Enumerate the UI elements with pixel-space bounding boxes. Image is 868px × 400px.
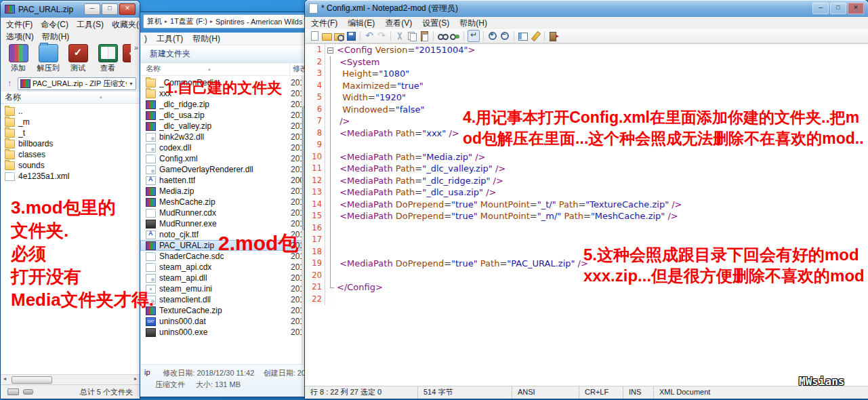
menu-item[interactable]: 编辑(E): [348, 18, 375, 29]
menu-item[interactable]: 工具(T): [157, 33, 183, 45]
list-item[interactable]: 4e1235a1.xml: [1, 171, 140, 182]
zoom-out-icon[interactable]: [499, 31, 510, 41]
zoom-in-icon[interactable]: [487, 31, 498, 41]
list-item[interactable]: TextureCache.zip2018: [140, 305, 308, 316]
copy-icon[interactable]: [407, 31, 417, 41]
list-item[interactable]: MeshCache.zip2018: [140, 197, 308, 207]
chevron-down-icon[interactable]: ▼: [129, 81, 133, 86]
code-line: 5 Width="1920": [305, 92, 868, 104]
list-item[interactable]: steamclient.dll2018: [140, 294, 308, 305]
menu-item[interactable]: 查看(V): [385, 18, 412, 29]
menu-item[interactable]: 命令(C): [41, 19, 68, 31]
new-icon[interactable]: [309, 31, 320, 41]
list-item[interactable]: MudRunner.exe2018: [140, 218, 308, 229]
new-folder-button[interactable]: 新建文件夹: [150, 48, 190, 60]
scrollbar-thumb[interactable]: [12, 376, 52, 384]
list-item[interactable]: _dlc_usa.zip2019: [140, 110, 308, 121]
menu-item[interactable]: 帮助(H): [42, 31, 70, 43]
fold-margin: [325, 80, 334, 92]
list-item[interactable]: unins000.exe2018: [140, 327, 308, 338]
breadcrumb-segment[interactable]: 1T盘蓝 (F:): [170, 16, 207, 26]
browse-icon[interactable]: [333, 31, 344, 41]
file-name: _dlc_ridge.zip: [159, 100, 209, 109]
annotation-1: 1.自己建的文件夹: [165, 79, 282, 98]
panel-icon[interactable]: [518, 31, 529, 41]
winrar-caption-buttons: ─ □ ✕: [84, 3, 136, 15]
list-item[interactable]: Config.xml2018: [140, 153, 308, 164]
list-item[interactable]: _dlc_ridge.zip2019: [140, 99, 308, 110]
toolbar-separator: [483, 31, 484, 41]
list-item[interactable]: ..: [1, 106, 140, 117]
save-icon[interactable]: [346, 31, 356, 41]
menu-item[interactable]: 文件(F): [311, 18, 337, 29]
toolbar-button-test[interactable]: 测试: [63, 44, 93, 73]
list-item[interactable]: _dlc_valley.zip2019: [140, 121, 308, 132]
list-item[interactable]: _m: [1, 117, 140, 127]
cut-icon[interactable]: [394, 31, 405, 41]
list-item[interactable]: sounds: [1, 160, 140, 171]
minimize-button[interactable]: ─: [84, 3, 100, 15]
notepad-statusbar: 行 8 : 22 列 27 选定 0514 字节ANSICR+LFINSXML …: [305, 386, 868, 399]
toolbar-overflow-chevron[interactable]: »: [134, 43, 138, 52]
minimize-button[interactable]: ─: [812, 3, 829, 14]
toolbar-button-add[interactable]: 添加: [3, 44, 33, 73]
breadcrumb-segment[interactable]: Spintires - American Wilds: [215, 18, 302, 26]
breadcrumb-segment[interactable]: 算机: [147, 16, 162, 26]
annotation-line: 5.这种会照成跟目录下回会有好的mod: [583, 244, 865, 265]
notepad-app-icon: [309, 3, 318, 14]
menu-item[interactable]: 选项(N): [6, 31, 34, 43]
replace-icon[interactable]: [449, 31, 460, 41]
find-icon[interactable]: [437, 31, 448, 41]
archive-path-combobox[interactable]: PAC_URAL.zip - ZIP 压缩文件, 解 ▼: [18, 77, 136, 90]
code-text: [334, 270, 337, 282]
list-item[interactable]: Media.zip2019: [140, 186, 308, 197]
breadcrumb[interactable]: 算机▸1T盘蓝 (F:)▸Spintires - American Wilds▸: [143, 14, 306, 28]
up-arrow-icon[interactable]: ↑: [4, 79, 15, 88]
file-size-text: 大小: 131 MB: [196, 380, 241, 391]
list-item[interactable]: bink2w32.dll2018: [140, 132, 308, 142]
open-icon[interactable]: [321, 31, 332, 41]
winrar-column-header-name[interactable]: 名称 ▴: [1, 91, 140, 104]
code-editor[interactable]: 1<Config Version="20151004">2 <System3 H…: [305, 43, 868, 386]
list-item[interactable]: billboards: [1, 138, 140, 149]
column-header-name[interactable]: 名称 ▴: [140, 63, 290, 75]
fold-margin: [325, 92, 334, 104]
paste-icon[interactable]: [419, 31, 430, 41]
list-item[interactable]: steam_api.cdx2018: [140, 262, 308, 273]
list-item[interactable]: codex.dll2018: [140, 142, 308, 153]
annotation-line: 4.用记事本打开Config.xml在里面添加你建的文件夹..把m: [463, 107, 864, 128]
list-item[interactable]: classes: [1, 149, 140, 160]
wrap-icon[interactable]: [468, 30, 480, 42]
close-button[interactable]: ✕: [119, 3, 136, 15]
redo-icon[interactable]: [376, 31, 387, 41]
toolbar-button-extract[interactable]: 解压到: [33, 44, 63, 73]
toolbar-button-view[interactable]: 查看: [93, 44, 123, 73]
undo-icon[interactable]: [364, 31, 375, 41]
close-button[interactable]: ✕: [848, 3, 864, 14]
maximize-button[interactable]: □: [830, 3, 846, 14]
winrar-titlebar[interactable]: PAC_URAL.zip ─ □ ✕: [1, 1, 140, 18]
scroll-left-icon[interactable]: ◂: [3, 376, 6, 382]
menu-item[interactable]: 工具(S): [77, 19, 104, 31]
list-item[interactable]: GameOverlayRenderer.dll2018: [140, 164, 308, 175]
list-item[interactable]: haetten.ttf2002: [140, 175, 308, 186]
winrar-horizontal-scrollbar[interactable]: ◂ ▸: [1, 374, 140, 384]
list-item[interactable]: unins000.dat2018: [140, 316, 308, 327]
list-item[interactable]: MudRunner.cdx2018: [140, 207, 308, 218]
folder-icon: [5, 161, 15, 170]
exit-icon[interactable]: [548, 31, 559, 41]
list-item[interactable]: steam_api.dll2018: [140, 273, 308, 283]
code-text: <MediaPath DoPrepend="true" Path="PAC_UR…: [334, 258, 588, 270]
edit-icon[interactable]: [530, 31, 541, 41]
notepad-titlebar[interactable]: * Config.xml - Notepad2-mod (管理员) ─ □ ✕: [305, 0, 868, 17]
watermark: MWsians: [799, 375, 844, 388]
list-item[interactable]: steam_emu.ini2018: [140, 283, 308, 294]
toolbar-button-clipped[interactable]: [123, 44, 131, 63]
menu-item[interactable]: 帮助(H): [459, 18, 487, 29]
menu-item[interactable]: 设置(S): [422, 18, 449, 29]
menu-item[interactable]: 帮助(H): [192, 33, 220, 45]
maximize-button[interactable]: □: [102, 3, 118, 15]
list-item[interactable]: _t: [1, 127, 140, 138]
scroll-right-icon[interactable]: ▸: [134, 376, 137, 382]
menu-item[interactable]: 文件(F): [6, 19, 33, 31]
